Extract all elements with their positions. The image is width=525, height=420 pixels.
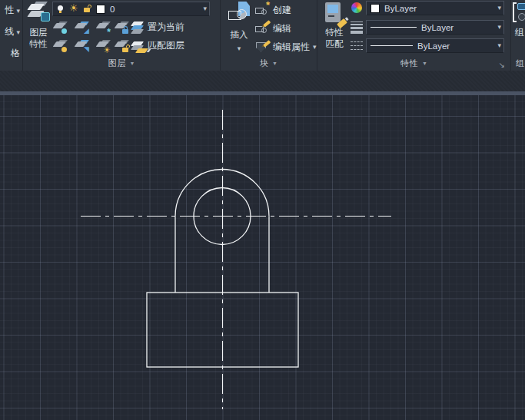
- layer-properties-icon: [28, 2, 48, 25]
- layer-unlock-icon[interactable]: [84, 8, 90, 12]
- chevron-down-icon: ▾: [225, 43, 253, 55]
- layer-off-icon[interactable]: [52, 20, 68, 34]
- clipped-button-ge[interactable]: 格: [0, 43, 22, 63]
- set-current-layer-button[interactable]: 置为当前: [131, 19, 184, 35]
- panel-menu-arrow-icon: ▼: [422, 61, 428, 66]
- clipped-label: 格: [11, 48, 20, 58]
- layer-on-icon[interactable]: [57, 5, 64, 12]
- group-button[interactable]: 组: [513, 2, 525, 55]
- chevron-down-icon: ▾: [16, 28, 20, 36]
- insert-block-button[interactable]: 插入 ▾: [225, 1, 253, 57]
- ribbon-panel-layers: 图层 特性 ☀ 0 ▾ ◢ *: [24, 0, 221, 71]
- insert-block-icon: [228, 2, 250, 26]
- ribbon: 性 ▾ 线 ▾ 格 图层 特性: [0, 0, 525, 71]
- set-current-label: 置为当前: [148, 21, 184, 34]
- clipped-label: 线: [5, 26, 14, 37]
- chevron-down-icon[interactable]: ▾: [497, 41, 501, 49]
- panel-menu-arrow-icon: ▼: [130, 61, 136, 66]
- layer-on-bulb-icon[interactable]: [52, 38, 68, 52]
- layer-properties-label-2: 特性: [25, 38, 52, 50]
- set-current-icon: [131, 21, 145, 34]
- color-wheel-icon[interactable]: [351, 2, 362, 13]
- layer-switch-icon: [41, 12, 50, 21]
- match-properties-icon: [325, 2, 344, 25]
- edit-attributes-button[interactable]: 编辑属性 ▾: [255, 39, 317, 55]
- linetype-icon[interactable]: [351, 41, 363, 51]
- match-layer-icon: [131, 40, 145, 52]
- ribbon-panel-properties: 特性 匹配 ByLayer ▾ ByLayer ▾: [318, 0, 511, 71]
- edit-attributes-label: 编辑属性: [273, 41, 310, 54]
- edit-block-icon: [255, 23, 269, 35]
- edit-attributes-icon: [255, 41, 269, 53]
- ribbon-panel-group: 组 组: [512, 0, 525, 71]
- insert-label: 插入: [225, 29, 253, 41]
- edit-block-label: 编辑: [273, 22, 291, 35]
- chevron-down-icon[interactable]: ▾: [203, 5, 207, 12]
- chevron-down-icon: ▾: [313, 43, 317, 51]
- color-combo-value: ByLayer: [384, 4, 417, 13]
- layer-properties-button[interactable]: 图层 特性: [25, 1, 52, 57]
- layer-combo[interactable]: ☀ 0 ▾: [52, 2, 210, 16]
- linetype-sample: [370, 45, 413, 46]
- block-panel-label[interactable]: 块 ▼: [221, 57, 317, 71]
- layer-properties-label-1: 图层: [25, 27, 52, 38]
- cad-drawing[interactable]: [0, 95, 525, 420]
- clipped-label: 性: [5, 5, 14, 15]
- layer-unlock2-icon[interactable]: [114, 38, 129, 52]
- layer-thaw-icon[interactable]: ☀: [95, 38, 111, 52]
- group-icon: [513, 2, 525, 24]
- match-properties-label-2: 匹配: [321, 38, 348, 50]
- match-properties-button[interactable]: 特性 匹配: [321, 1, 348, 57]
- lineweight-combo-value: ByLayer: [421, 23, 454, 32]
- create-block-icon: *: [255, 5, 269, 16]
- dialog-launcher-icon[interactable]: ↘: [499, 61, 506, 69]
- panel-menu-arrow-icon: ▼: [272, 61, 278, 66]
- linetype-combo-value: ByLayer: [417, 41, 450, 51]
- edit-block-button[interactable]: 编辑: [255, 21, 291, 36]
- ribbon-panel-clipped-left: 性 ▾ 线 ▾ 格: [0, 0, 23, 71]
- layer-freeze-icon[interactable]: *: [95, 20, 111, 34]
- layer-lock-icon[interactable]: [114, 20, 129, 34]
- create-block-label: 创建: [273, 4, 291, 17]
- match-properties-label-1: 特性: [321, 27, 348, 38]
- ribbon-panel-block: 插入 ▾ * 创建 编辑 编辑属性 ▾: [221, 0, 317, 71]
- match-layer-label: 匹配图层: [148, 39, 184, 52]
- create-block-button[interactable]: * 创建: [255, 2, 291, 18]
- clipped-button-xing[interactable]: 性 ▾: [0, 0, 22, 20]
- chevron-down-icon[interactable]: ▾: [497, 23, 501, 31]
- color-swatch: [370, 4, 380, 13]
- linetype-combo[interactable]: ByLayer ▾: [366, 38, 504, 53]
- lineweight-sample: [370, 27, 417, 28]
- object-color-combo[interactable]: ByLayer ▾: [366, 1, 504, 15]
- chevron-down-icon[interactable]: ▾: [497, 4, 501, 12]
- layer-unisolate-icon[interactable]: ◥: [74, 38, 89, 52]
- clipped-button-xian[interactable]: 线 ▾: [0, 21, 22, 41]
- lineweight-combo[interactable]: ByLayer ▾: [366, 20, 504, 35]
- chevron-down-icon: ▾: [16, 7, 20, 15]
- match-layer-button[interactable]: 匹配图层: [131, 38, 184, 54]
- layers-panel-label[interactable]: 图层 ▼: [24, 57, 220, 71]
- properties-panel-label[interactable]: 特性 ▼ ↘: [318, 57, 510, 71]
- group-panel-label[interactable]: 组: [512, 57, 525, 71]
- lineweight-icon[interactable]: [351, 21, 363, 33]
- layer-isolate-icon[interactable]: ◢: [74, 20, 89, 34]
- drawing-canvas[interactable]: [0, 95, 525, 420]
- group-label: 组: [515, 26, 524, 39]
- ribbon-bottom-strip: [0, 71, 525, 91]
